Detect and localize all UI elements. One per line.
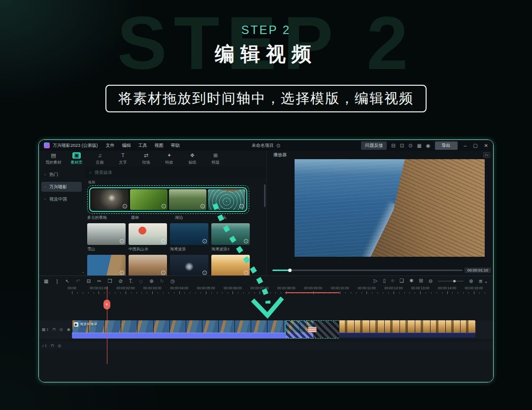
save-icon[interactable]: ⊡ xyxy=(400,143,404,148)
record-icon[interactable]: ⊕ xyxy=(149,278,153,284)
timeline-right-icons: ▷▯⌾❏✱⊞ xyxy=(374,278,423,284)
sidebar-item-1[interactable]: ›万兴喵影 xyxy=(41,182,82,192)
subtitle-box: 将素材拖放到时间轴中，选择模版，编辑视频 xyxy=(105,85,427,112)
menu-help[interactable]: 帮助 xyxy=(171,142,180,149)
thumbnail-4[interactable]: ↓ xyxy=(87,223,126,245)
ruler-label: 00:00:09:00 xyxy=(304,286,322,290)
library-sidebar: ›热门›万兴喵影›视觉中国 xyxy=(39,167,84,275)
tab-3[interactable]: T文字 xyxy=(111,151,134,167)
mixer-icon[interactable]: ✱ xyxy=(409,278,413,284)
close-button[interactable]: ✕ xyxy=(484,143,488,148)
tab-icon: ▤ xyxy=(51,152,56,159)
text-tool-icon[interactable]: T. xyxy=(129,278,133,284)
transition-clip[interactable] xyxy=(285,320,339,339)
tab-icon: ♫ xyxy=(98,152,101,159)
render-preview-icon[interactable]: ▷ xyxy=(374,278,378,284)
selected-row-labels: 多云的夜晚森林湖泊码头 xyxy=(87,215,266,220)
thumbnail-8[interactable]: ↓ xyxy=(87,255,126,275)
thumbnail-9[interactable]: ↓ xyxy=(129,255,167,275)
thumbnail-3[interactable]: ↓ xyxy=(208,189,245,210)
playhead-line[interactable] xyxy=(107,286,107,364)
sidebar-item-0[interactable]: ›热门 xyxy=(41,170,82,179)
mute-icon[interactable]: ◎ xyxy=(60,327,63,332)
preview-mode-icon[interactable]: 2c xyxy=(483,152,490,158)
delete-icon[interactable]: ⊟ xyxy=(87,278,91,284)
tab-7[interactable]: ⊞模版 xyxy=(204,151,227,167)
menu-view[interactable]: 视图 xyxy=(155,142,164,149)
thumbnail-label: 中国风山水 xyxy=(129,246,167,252)
mic-record-icon[interactable]: ⌾ xyxy=(391,278,394,284)
ruler-label: 00:00:15:00 xyxy=(465,286,483,290)
maximize-button[interactable]: ▢ xyxy=(473,143,477,148)
collapse-icon[interactable]: ⌄ xyxy=(81,269,85,274)
motion-track-icon[interactable]: ↻ xyxy=(160,278,164,284)
tab-5[interactable]: ✦特效 xyxy=(158,151,181,167)
tab-2[interactable]: ♫音频 xyxy=(88,151,111,167)
divider[interactable]: ❘ xyxy=(55,278,59,284)
grid-scrollbar[interactable] xyxy=(264,184,266,207)
zoom-slider[interactable] xyxy=(438,281,464,281)
lock-icon[interactable]: ⊓ xyxy=(51,343,54,348)
thumbnail-6[interactable]: ↓ xyxy=(170,223,208,245)
thumbnail-10[interactable]: ↓ xyxy=(170,255,208,275)
thumbnail-label: 海滩波浪3 xyxy=(211,246,250,252)
download-icon: ↓ xyxy=(123,204,127,208)
tab-6[interactable]: ❖贴纸 xyxy=(181,151,204,167)
thumbnail-1[interactable]: ↓ xyxy=(130,189,167,210)
clock-icon[interactable]: ◷ xyxy=(170,278,175,284)
lock-icon[interactable]: ⊓ xyxy=(52,327,55,332)
media-panel: ▤我的素材▣素材库♫音频T文字⇄转场✦特效❖贴纸⊞模版 ›热门›万兴喵影›视觉中… xyxy=(39,151,267,275)
pointer-icon[interactable]: ↖ xyxy=(66,278,69,284)
feedback-button[interactable]: 问题反馈 xyxy=(361,141,387,150)
sidebar-item-2[interactable]: ›视觉中国 xyxy=(41,194,82,204)
timeline-clip-2[interactable] xyxy=(339,320,475,339)
mute-icon[interactable]: ◎ xyxy=(58,343,61,348)
grid-row-3: ↓海浪和海岸↓海滩日落↓沙滩无人机↓日落湖 xyxy=(87,255,266,275)
export-button[interactable]: 导出 xyxy=(435,141,458,150)
seek-handle[interactable] xyxy=(288,269,292,272)
thumbnail-2[interactable]: ↓ xyxy=(169,189,206,210)
search-bar[interactable]: ⌕ 搜索媒体 xyxy=(84,167,266,178)
render-icon[interactable]: ⊙ xyxy=(408,143,412,148)
marker-icon[interactable]: ⊞ xyxy=(419,278,423,284)
eye-icon[interactable]: ◉ xyxy=(67,327,70,332)
screen-record-icon[interactable]: ❏ xyxy=(399,278,404,284)
tab-4[interactable]: ⇄转场 xyxy=(134,151,158,167)
tab-1[interactable]: ▣素材库 xyxy=(65,151,88,167)
menu-file[interactable]: 文件 xyxy=(106,142,115,149)
track-manage-icon[interactable]: ▦ xyxy=(44,278,48,284)
search-input[interactable]: 搜索媒体 xyxy=(95,170,112,176)
thumbnail-5[interactable]: ↓ xyxy=(129,223,167,245)
keyframe-icon[interactable]: ◇ xyxy=(139,278,143,284)
thumbnail-7[interactable]: ↓ xyxy=(211,223,250,245)
menu-edit[interactable]: 编辑 xyxy=(122,142,131,149)
video-preview[interactable] xyxy=(295,159,485,257)
speed-icon[interactable]: ⊘ xyxy=(118,278,122,284)
zoom-slider-handle[interactable] xyxy=(453,280,456,282)
menu-tools[interactable]: 工具 xyxy=(138,142,147,149)
zoom-out-icon[interactable]: ⊖ xyxy=(429,278,432,284)
account-icon[interactable]: ◉ xyxy=(426,143,431,148)
tab-icon: ⊞ xyxy=(213,152,218,159)
zoom-in-icon[interactable]: ⊕ xyxy=(469,278,473,284)
grid-icon[interactable]: ▦ xyxy=(417,143,421,148)
page-title: 编辑视频 xyxy=(0,40,532,68)
app-title: 万兴喵影2023 (公测版) xyxy=(53,142,98,149)
playhead-marker[interactable]: ✕ xyxy=(103,300,110,309)
chevron-right-icon: › xyxy=(44,170,46,179)
ruler-label: 00:00:05:00 xyxy=(197,286,215,290)
seek-bar[interactable] xyxy=(272,270,463,271)
split-icon[interactable]: ✂ xyxy=(97,278,101,284)
thumbnail-0[interactable]: ↓ xyxy=(91,189,129,210)
layout-icon[interactable]: ⊟ xyxy=(391,143,395,148)
thumbnail-11[interactable]: ↓ xyxy=(211,255,250,275)
timeline-clip-1[interactable]: ▶ 海浪和海岸 xyxy=(72,320,313,339)
crop-icon[interactable]: ❐ xyxy=(107,278,112,284)
phone-icon[interactable]: ▯ xyxy=(383,278,386,284)
track-options-icon[interactable]: ≣ ⌄ xyxy=(478,278,488,284)
tab-0[interactable]: ▤我的素材 xyxy=(42,151,65,167)
ruler-label: 00:00 xyxy=(67,286,76,290)
undo-icon[interactable]: ↶ xyxy=(76,278,80,284)
download-icon: ↓ xyxy=(120,271,124,275)
minimize-button[interactable]: – xyxy=(464,143,467,148)
